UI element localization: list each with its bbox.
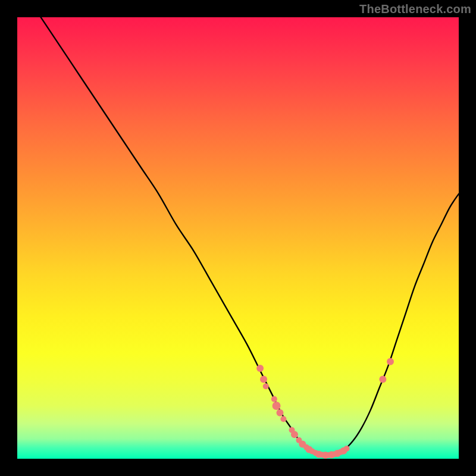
plot-area <box>17 17 459 459</box>
chart-marker <box>280 416 286 422</box>
chart-marker <box>344 446 350 452</box>
chart-marker <box>256 365 264 372</box>
chart-marker <box>263 383 269 389</box>
chart-curve <box>17 0 459 455</box>
chart-markers <box>256 358 394 459</box>
chart-marker <box>276 409 283 416</box>
chart-marker <box>291 431 298 438</box>
chart-marker <box>379 375 386 383</box>
chart-marker <box>387 358 394 365</box>
app-frame: TheBottleneck.com <box>0 0 476 476</box>
chart-marker <box>273 402 281 410</box>
chart-svg <box>17 17 459 459</box>
chart-marker <box>271 396 277 402</box>
chart-marker <box>260 375 267 383</box>
attribution-watermark: TheBottleneck.com <box>359 2 471 16</box>
